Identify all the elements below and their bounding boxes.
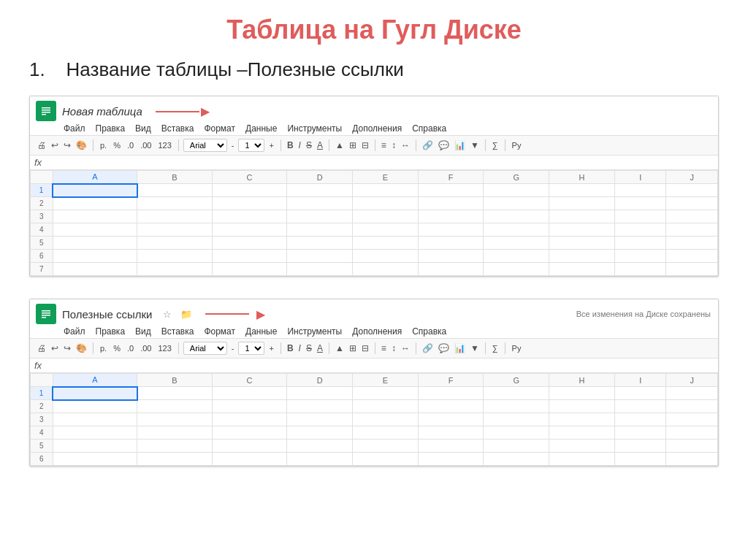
- redo-icon-2[interactable]: ↪: [62, 342, 72, 354]
- ru-btn-2[interactable]: Ру: [510, 343, 524, 353]
- ss1-title[interactable]: Новая таблица: [62, 105, 142, 118]
- col2-header-e[interactable]: E: [352, 374, 418, 387]
- col-header-c[interactable]: C: [212, 171, 287, 184]
- cell-b1[interactable]: [137, 184, 213, 197]
- cell-g1[interactable]: [484, 184, 549, 197]
- menu-view-2[interactable]: Вид: [135, 326, 151, 337]
- borders-icon-2[interactable]: ⊞: [348, 342, 358, 354]
- link-icon[interactable]: 🔗: [421, 139, 435, 151]
- fill-color-icon[interactable]: ▲: [334, 139, 346, 151]
- cell-i1[interactable]: [614, 184, 666, 197]
- comment-icon-2[interactable]: 💬: [437, 342, 451, 354]
- menu-edit-1[interactable]: Правка: [96, 123, 126, 134]
- col-header-h[interactable]: H: [549, 171, 615, 184]
- link-icon-2[interactable]: 🔗: [421, 342, 435, 354]
- menu-help-2[interactable]: Справка: [412, 326, 446, 337]
- italic-icon-2[interactable]: I: [297, 342, 302, 354]
- cell-j2[interactable]: [666, 197, 718, 210]
- font-minus-2[interactable]: -: [229, 343, 237, 353]
- menu-insert-1[interactable]: Вставка: [161, 123, 194, 134]
- col2-header-f[interactable]: F: [418, 374, 484, 387]
- currency-btn[interactable]: р.: [98, 140, 109, 150]
- cell-f1[interactable]: [418, 184, 484, 197]
- font-color-icon[interactable]: A: [316, 139, 324, 151]
- menu-tools-2[interactable]: Инструменты: [287, 326, 342, 337]
- currency-btn-2[interactable]: р.: [98, 343, 109, 353]
- cell-a1[interactable]: [53, 184, 137, 197]
- print-icon-2[interactable]: 🖨: [36, 342, 47, 354]
- format123-btn-2[interactable]: 123: [156, 343, 173, 353]
- col-header-e[interactable]: E: [352, 171, 418, 184]
- cell-f2[interactable]: [418, 197, 484, 210]
- menu-data-1[interactable]: Данные: [245, 123, 277, 134]
- decimal-btn[interactable]: .0: [125, 140, 136, 150]
- fill-color-icon-2[interactable]: ▲: [334, 342, 346, 354]
- col2-header-g[interactable]: G: [484, 374, 549, 387]
- font-plus-2[interactable]: +: [267, 343, 275, 353]
- col-header-g[interactable]: G: [484, 171, 549, 184]
- align-left-icon-2[interactable]: ≡: [380, 342, 388, 354]
- cell-h1[interactable]: [549, 184, 615, 197]
- cell-c1[interactable]: [212, 184, 287, 197]
- valign-icon[interactable]: ↕: [390, 139, 397, 151]
- cell-h2[interactable]: [549, 197, 615, 210]
- ru-btn[interactable]: Ру: [510, 140, 524, 150]
- col-header-i[interactable]: I: [614, 171, 666, 184]
- sum-btn[interactable]: ∑: [490, 140, 500, 150]
- print-icon[interactable]: 🖨: [36, 139, 47, 151]
- format123-btn[interactable]: 123: [156, 140, 173, 150]
- col-header-f[interactable]: F: [418, 171, 484, 184]
- valign-icon-2[interactable]: ↕: [390, 342, 397, 354]
- ss2-star[interactable]: ☆: [163, 309, 172, 320]
- decimal2-btn[interactable]: .00: [138, 140, 153, 150]
- col-header-b[interactable]: B: [137, 171, 213, 184]
- ss2-title[interactable]: Полезные ссылки: [62, 308, 153, 321]
- menu-insert-2[interactable]: Вставка: [161, 326, 194, 337]
- font-select-2[interactable]: Arial: [183, 342, 227, 355]
- sum-btn-2[interactable]: ∑: [490, 343, 500, 353]
- cell-c2[interactable]: [212, 197, 287, 210]
- bold-icon[interactable]: B: [286, 139, 295, 151]
- wrap-icon[interactable]: ↔: [400, 139, 411, 151]
- size-select-2[interactable]: 10: [238, 342, 264, 355]
- chart-icon[interactable]: 📊: [453, 139, 467, 151]
- decimal-btn-2[interactable]: .0: [125, 343, 136, 353]
- comment-icon[interactable]: 💬: [437, 139, 451, 151]
- align-left-icon[interactable]: ≡: [380, 139, 388, 151]
- cell-d2[interactable]: [287, 197, 353, 210]
- strikethrough-icon[interactable]: S: [305, 139, 313, 151]
- paint-icon-2[interactable]: 🎨: [75, 342, 88, 354]
- col2-header-h[interactable]: H: [549, 374, 615, 387]
- col2-header-c[interactable]: C: [212, 374, 287, 387]
- menu-help-1[interactable]: Справка: [412, 123, 446, 134]
- col2-header-d[interactable]: D: [287, 374, 353, 387]
- cell-b2[interactable]: [137, 197, 213, 210]
- percent-btn-2[interactable]: %: [111, 343, 123, 353]
- strikethrough-icon-2[interactable]: S: [305, 342, 313, 354]
- font-plus[interactable]: +: [267, 140, 275, 150]
- wrap-icon-2[interactable]: ↔: [400, 342, 411, 354]
- cell-a2[interactable]: [53, 197, 137, 210]
- decimal2-btn-2[interactable]: .00: [138, 343, 153, 353]
- cell-e1[interactable]: [352, 184, 418, 197]
- merge-icon-2[interactable]: ⊟: [360, 342, 370, 354]
- col-header-j[interactable]: J: [666, 171, 718, 184]
- cell-i2[interactable]: [614, 197, 666, 210]
- cell-g2[interactable]: [484, 197, 549, 210]
- filter-icon-2[interactable]: ▼: [469, 342, 481, 354]
- menu-edit-2[interactable]: Правка: [96, 326, 126, 337]
- chart-icon-2[interactable]: 📊: [453, 342, 467, 354]
- undo-icon-2[interactable]: ↩: [50, 342, 60, 354]
- font-select[interactable]: Arial: [183, 139, 227, 152]
- menu-data-2[interactable]: Данные: [245, 326, 277, 337]
- col-header-d[interactable]: D: [287, 171, 353, 184]
- col2-header-j[interactable]: J: [666, 374, 718, 387]
- borders-icon[interactable]: ⊞: [348, 139, 358, 151]
- cell2-b1[interactable]: [137, 387, 213, 400]
- redo-icon[interactable]: ↪: [62, 139, 72, 151]
- bold-icon-2[interactable]: B: [286, 342, 295, 354]
- menu-format-2[interactable]: Формат: [204, 326, 235, 337]
- cell-j1[interactable]: [666, 184, 718, 197]
- paint-icon[interactable]: 🎨: [75, 139, 88, 151]
- col2-header-a[interactable]: A: [53, 374, 137, 387]
